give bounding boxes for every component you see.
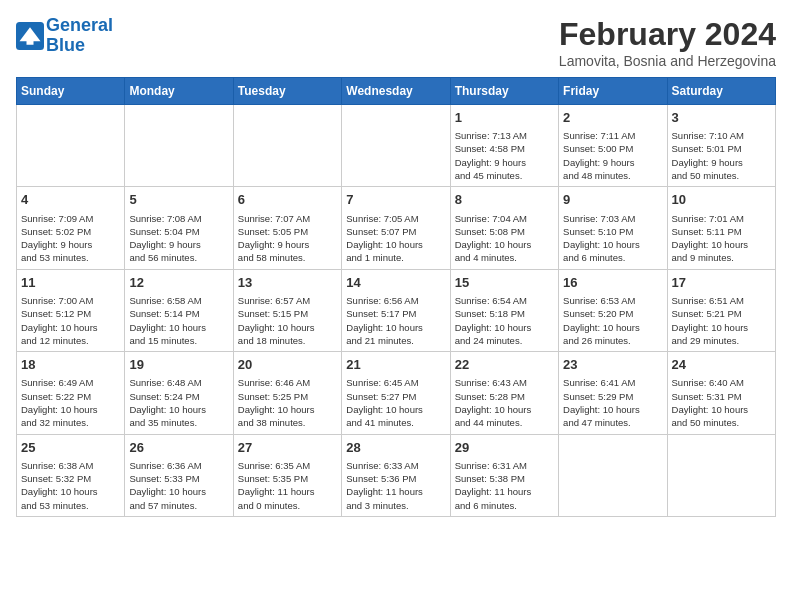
day-cell: 7Sunrise: 7:05 AMSunset: 5:07 PMDaylight… (342, 187, 450, 269)
page-header: General Blue February 2024 Lamovita, Bos… (16, 16, 776, 69)
day-number: 5 (129, 191, 228, 209)
day-cell (17, 105, 125, 187)
calendar-table: SundayMondayTuesdayWednesdayThursdayFrid… (16, 77, 776, 517)
day-number: 18 (21, 356, 120, 374)
day-info: Sunrise: 6:35 AMSunset: 5:35 PMDaylight:… (238, 459, 337, 512)
day-cell: 8Sunrise: 7:04 AMSunset: 5:08 PMDaylight… (450, 187, 558, 269)
day-cell: 13Sunrise: 6:57 AMSunset: 5:15 PMDayligh… (233, 269, 341, 351)
day-number: 25 (21, 439, 120, 457)
day-info: Sunrise: 7:09 AMSunset: 5:02 PMDaylight:… (21, 212, 120, 265)
week-row: 1Sunrise: 7:13 AMSunset: 4:58 PMDaylight… (17, 105, 776, 187)
day-number: 9 (563, 191, 662, 209)
logo-line2: Blue (46, 35, 85, 55)
day-cell: 14Sunrise: 6:56 AMSunset: 5:17 PMDayligh… (342, 269, 450, 351)
day-cell: 24Sunrise: 6:40 AMSunset: 5:31 PMDayligh… (667, 352, 775, 434)
logo: General Blue (16, 16, 113, 56)
day-cell: 10Sunrise: 7:01 AMSunset: 5:11 PMDayligh… (667, 187, 775, 269)
weekday-header: Sunday (17, 78, 125, 105)
day-number: 2 (563, 109, 662, 127)
day-cell: 29Sunrise: 6:31 AMSunset: 5:38 PMDayligh… (450, 434, 558, 516)
location: Lamovita, Bosnia and Herzegovina (559, 53, 776, 69)
day-cell: 9Sunrise: 7:03 AMSunset: 5:10 PMDaylight… (559, 187, 667, 269)
day-cell: 11Sunrise: 7:00 AMSunset: 5:12 PMDayligh… (17, 269, 125, 351)
day-cell: 12Sunrise: 6:58 AMSunset: 5:14 PMDayligh… (125, 269, 233, 351)
day-info: Sunrise: 7:13 AMSunset: 4:58 PMDaylight:… (455, 129, 554, 182)
svg-rect-2 (27, 38, 34, 45)
day-cell: 18Sunrise: 6:49 AMSunset: 5:22 PMDayligh… (17, 352, 125, 434)
day-info: Sunrise: 6:45 AMSunset: 5:27 PMDaylight:… (346, 376, 445, 429)
day-info: Sunrise: 6:57 AMSunset: 5:15 PMDaylight:… (238, 294, 337, 347)
day-info: Sunrise: 6:53 AMSunset: 5:20 PMDaylight:… (563, 294, 662, 347)
day-number: 8 (455, 191, 554, 209)
day-number: 21 (346, 356, 445, 374)
day-info: Sunrise: 7:10 AMSunset: 5:01 PMDaylight:… (672, 129, 771, 182)
title-section: February 2024 Lamovita, Bosnia and Herze… (559, 16, 776, 69)
weekday-header: Wednesday (342, 78, 450, 105)
day-cell (559, 434, 667, 516)
day-info: Sunrise: 6:31 AMSunset: 5:38 PMDaylight:… (455, 459, 554, 512)
day-cell: 1Sunrise: 7:13 AMSunset: 4:58 PMDaylight… (450, 105, 558, 187)
day-info: Sunrise: 6:38 AMSunset: 5:32 PMDaylight:… (21, 459, 120, 512)
day-number: 1 (455, 109, 554, 127)
day-info: Sunrise: 6:54 AMSunset: 5:18 PMDaylight:… (455, 294, 554, 347)
day-number: 17 (672, 274, 771, 292)
day-number: 15 (455, 274, 554, 292)
day-number: 24 (672, 356, 771, 374)
day-number: 27 (238, 439, 337, 457)
day-number: 19 (129, 356, 228, 374)
day-number: 14 (346, 274, 445, 292)
day-info: Sunrise: 6:41 AMSunset: 5:29 PMDaylight:… (563, 376, 662, 429)
day-number: 13 (238, 274, 337, 292)
day-cell: 22Sunrise: 6:43 AMSunset: 5:28 PMDayligh… (450, 352, 558, 434)
week-row: 25Sunrise: 6:38 AMSunset: 5:32 PMDayligh… (17, 434, 776, 516)
day-info: Sunrise: 7:01 AMSunset: 5:11 PMDaylight:… (672, 212, 771, 265)
week-row: 4Sunrise: 7:09 AMSunset: 5:02 PMDaylight… (17, 187, 776, 269)
day-info: Sunrise: 7:08 AMSunset: 5:04 PMDaylight:… (129, 212, 228, 265)
day-cell: 17Sunrise: 6:51 AMSunset: 5:21 PMDayligh… (667, 269, 775, 351)
logo-icon (16, 22, 44, 50)
day-info: Sunrise: 7:03 AMSunset: 5:10 PMDaylight:… (563, 212, 662, 265)
day-cell: 26Sunrise: 6:36 AMSunset: 5:33 PMDayligh… (125, 434, 233, 516)
day-cell: 20Sunrise: 6:46 AMSunset: 5:25 PMDayligh… (233, 352, 341, 434)
weekday-header-row: SundayMondayTuesdayWednesdayThursdayFrid… (17, 78, 776, 105)
day-info: Sunrise: 6:58 AMSunset: 5:14 PMDaylight:… (129, 294, 228, 347)
day-info: Sunrise: 7:07 AMSunset: 5:05 PMDaylight:… (238, 212, 337, 265)
day-cell: 5Sunrise: 7:08 AMSunset: 5:04 PMDaylight… (125, 187, 233, 269)
day-cell (233, 105, 341, 187)
day-info: Sunrise: 6:40 AMSunset: 5:31 PMDaylight:… (672, 376, 771, 429)
day-info: Sunrise: 7:11 AMSunset: 5:00 PMDaylight:… (563, 129, 662, 182)
day-cell: 23Sunrise: 6:41 AMSunset: 5:29 PMDayligh… (559, 352, 667, 434)
day-info: Sunrise: 6:49 AMSunset: 5:22 PMDaylight:… (21, 376, 120, 429)
logo-text: General Blue (46, 16, 113, 56)
weekday-header: Thursday (450, 78, 558, 105)
day-info: Sunrise: 6:33 AMSunset: 5:36 PMDaylight:… (346, 459, 445, 512)
day-number: 4 (21, 191, 120, 209)
day-info: Sunrise: 7:00 AMSunset: 5:12 PMDaylight:… (21, 294, 120, 347)
day-number: 28 (346, 439, 445, 457)
day-cell: 19Sunrise: 6:48 AMSunset: 5:24 PMDayligh… (125, 352, 233, 434)
day-info: Sunrise: 6:51 AMSunset: 5:21 PMDaylight:… (672, 294, 771, 347)
day-info: Sunrise: 6:46 AMSunset: 5:25 PMDaylight:… (238, 376, 337, 429)
day-number: 20 (238, 356, 337, 374)
day-cell: 2Sunrise: 7:11 AMSunset: 5:00 PMDaylight… (559, 105, 667, 187)
day-cell: 3Sunrise: 7:10 AMSunset: 5:01 PMDaylight… (667, 105, 775, 187)
day-number: 11 (21, 274, 120, 292)
day-info: Sunrise: 6:48 AMSunset: 5:24 PMDaylight:… (129, 376, 228, 429)
day-number: 12 (129, 274, 228, 292)
day-number: 6 (238, 191, 337, 209)
day-number: 22 (455, 356, 554, 374)
weekday-header: Monday (125, 78, 233, 105)
day-cell: 28Sunrise: 6:33 AMSunset: 5:36 PMDayligh… (342, 434, 450, 516)
logo-line1: General (46, 15, 113, 35)
weekday-header: Friday (559, 78, 667, 105)
week-row: 11Sunrise: 7:00 AMSunset: 5:12 PMDayligh… (17, 269, 776, 351)
day-cell (342, 105, 450, 187)
day-cell: 15Sunrise: 6:54 AMSunset: 5:18 PMDayligh… (450, 269, 558, 351)
weekday-header: Tuesday (233, 78, 341, 105)
month-title: February 2024 (559, 16, 776, 53)
day-cell: 16Sunrise: 6:53 AMSunset: 5:20 PMDayligh… (559, 269, 667, 351)
day-cell: 21Sunrise: 6:45 AMSunset: 5:27 PMDayligh… (342, 352, 450, 434)
day-cell: 27Sunrise: 6:35 AMSunset: 5:35 PMDayligh… (233, 434, 341, 516)
day-cell (125, 105, 233, 187)
day-info: Sunrise: 7:04 AMSunset: 5:08 PMDaylight:… (455, 212, 554, 265)
